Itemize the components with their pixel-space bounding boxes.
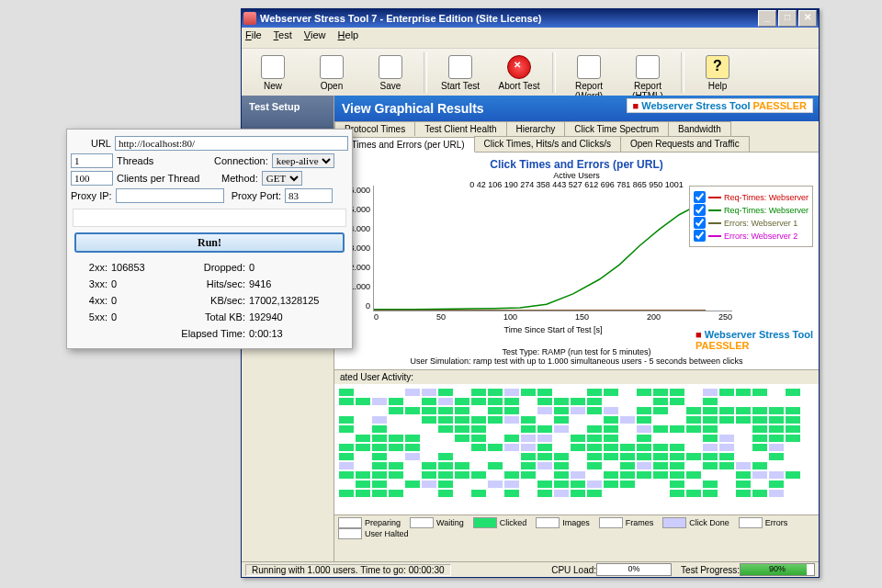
doc-icon <box>636 55 660 79</box>
play-icon <box>448 55 472 79</box>
test-progress-bar: 90% <box>740 563 815 576</box>
tab-bandwidth[interactable]: Bandwidth <box>668 121 731 136</box>
proxy-port-input[interactable] <box>285 188 333 203</box>
menu-view[interactable]: View <box>304 29 326 40</box>
activity-header: ated User Activity: <box>334 370 819 384</box>
tab-test-client-health[interactable]: Test Client Health <box>414 121 506 136</box>
abort-icon <box>507 55 531 79</box>
status-running: Running with 1.000 users. Time to go: 00… <box>245 564 451 576</box>
save-icon <box>379 55 402 79</box>
method-select[interactable]: GET <box>262 171 302 186</box>
statusbar: Running with 1.000 users. Time to go: 00… <box>242 561 819 577</box>
report-html-button[interactable]: Report (HTML) <box>618 51 677 100</box>
url-input[interactable] <box>115 136 348 151</box>
tab-hierarchy[interactable]: Hierarchy <box>506 121 566 136</box>
report-word-button[interactable]: Report (Word) <box>560 51 618 100</box>
legend-toggle[interactable] <box>694 217 706 229</box>
app-icon <box>243 12 256 25</box>
menu-file[interactable]: File <box>245 29 262 40</box>
help-icon: ? <box>706 55 729 79</box>
minimize-button[interactable]: _ <box>758 10 776 27</box>
new-icon <box>261 55 285 79</box>
doc-icon <box>577 55 601 79</box>
activity-legend: PreparingWaitingClickedImagesFramesClick… <box>334 515 819 541</box>
help-button[interactable]: ?Help <box>688 51 747 100</box>
pane-header: View Graphical Results ■ Webserver Stres… <box>334 96 819 121</box>
chart: Click Times and Errors (per URL) Active … <box>334 153 819 370</box>
save-button[interactable]: Save <box>361 51 420 100</box>
config-dialog: URL Threads Connection: keep-alive Clien… <box>66 129 353 349</box>
legend-toggle[interactable] <box>694 191 706 203</box>
clients-per-thread-input[interactable] <box>71 171 113 186</box>
menubar: File Test View Help <box>242 28 819 49</box>
proxy-ip-input[interactable] <box>116 188 224 203</box>
tab-open-requests-and-traffic[interactable]: Open Requests and Traffic <box>620 136 750 152</box>
open-icon <box>320 55 344 79</box>
window-title: Webserver Stress Tool 7 - Enterprise Edi… <box>260 13 756 24</box>
start-test-button[interactable]: Start Test <box>431 51 490 100</box>
brand-badge: ■ Webserver Stress ToolPAESSLER <box>695 329 813 351</box>
close-button[interactable]: ✕ <box>798 10 817 27</box>
tab-click-times-hits-s-and-clicks-s[interactable]: Click Times, Hits/s and Clicks/s <box>474 136 621 152</box>
menu-test[interactable]: Test <box>274 29 292 40</box>
legend-toggle[interactable] <box>694 230 706 242</box>
toolbar: New Open Save Start Test Abort Test Repo… <box>242 49 819 101</box>
abort-test-button[interactable]: Abort Test <box>490 51 548 100</box>
legend-toggle[interactable] <box>694 204 706 216</box>
brand-badge: ■ Webserver Stress Tool PAESSLER <box>627 98 813 113</box>
maximize-button[interactable]: □ <box>778 10 797 27</box>
tabs: Protocol TimesTest Client HealthHierarch… <box>334 121 819 153</box>
tab-k-times-and-errors-per-url-[interactable]: k Times and Errors (per URL) <box>334 137 475 153</box>
new-button[interactable]: New <box>243 51 302 100</box>
open-button[interactable]: Open <box>302 51 361 100</box>
menu-help[interactable]: Help <box>338 29 359 40</box>
tab-click-time-spectrum[interactable]: Click Time Spectrum <box>564 121 669 136</box>
chart-title: Click Times and Errors (per URL) <box>340 158 813 171</box>
cpu-load-bar: 0% <box>596 563 672 576</box>
run-button[interactable]: Run! <box>74 232 345 253</box>
connection-select[interactable]: keep-alive <box>272 153 334 168</box>
sidebar-tab-test-setup[interactable]: Test Setup <box>242 96 334 133</box>
threads-input[interactable] <box>71 153 113 168</box>
activity-grid <box>334 384 819 515</box>
titlebar[interactable]: Webserver Stress Tool 7 - Enterprise Edi… <box>242 9 819 28</box>
chart-legend: Req-Times: WebserverReq-Times: Webserver… <box>689 186 813 247</box>
